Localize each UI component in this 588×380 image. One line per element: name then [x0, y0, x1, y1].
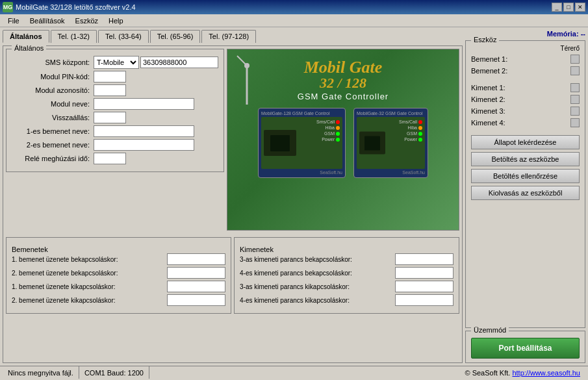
kim-off3-label: 3-as kimeneti parancs kikapcsoláskor: [240, 283, 395, 290]
eszkoz-bemenet2-row: Bemenet 2: [471, 66, 580, 75]
visszaallas-row: Visszaállás: [12, 112, 218, 123]
menu-help[interactable]: Help [103, 16, 129, 26]
eszkoz-kimenet4-label: Kimenet 4: [471, 119, 568, 127]
kim-on3-label: 3-as kimeneti parancs bekapcsoláskor: [240, 256, 395, 263]
azonosito-label: Modul azonosító: [12, 86, 90, 94]
kimenetek-col: Kimenetek 3-as kimeneti parancs bekapcso… [234, 233, 459, 360]
eszkoz-kimenet4-led [570, 118, 580, 127]
rele-row: Relé meghúzási idő: [12, 153, 218, 164]
bem-off1-label: 1. bemenet üzenete kikapcsoláskor: [12, 283, 167, 290]
bemenet2-input[interactable] [94, 139, 194, 151]
left-panel: Általános Tel. (1-32) Tel. (33-64) Tel. … [3, 30, 463, 363]
azonosito-input[interactable] [94, 84, 126, 96]
bemenet1-row: 1-es bemenet neve: [12, 125, 218, 137]
titlebar: MG MobilGate 32/128 letöltő szoftver v2.… [0, 0, 588, 14]
visszaallas-label: Visszaállás: [12, 114, 90, 121]
pin-row: Modul PIN-kód: [12, 71, 218, 82]
company-status: © SeaSoft Kft. http://www.seasoft.hu [149, 366, 585, 379]
bemenetek-col: Bemenetek 1. bemenet üzenete bekapcsolás… [6, 233, 231, 360]
bem-on1-row: 1. bemenet üzenete bekapcsoláskor: [12, 253, 225, 265]
menu-file[interactable]: File [3, 16, 25, 26]
neve-input[interactable] [94, 98, 194, 110]
bem-off2-row: 2. bemenet üzenete kikapcsoláskor: [12, 294, 225, 306]
pin-label: Modul PIN-kód: [12, 73, 90, 81]
ellenorzes-button[interactable]: Betöltés ellenőrzése [471, 169, 580, 183]
bem-off1-row: 1. bemenet üzenete kikapcsoláskor: [12, 281, 225, 292]
uzemmod-group: Üzemmód Port beállítása [465, 331, 585, 363]
device-title-line1: Mobil Gate [298, 59, 389, 76]
bem-off1-input[interactable] [167, 281, 225, 292]
allapot-button[interactable]: Állapot lekérdezése [471, 135, 580, 149]
kimenetek-group: Kimenetek 3-as kimeneti parancs bekapcso… [234, 237, 459, 314]
bemenet2-row: 2-es bemenet neve: [12, 139, 218, 151]
altalanos-group: Általános SMS központ: T-Mobile Vodafone… [6, 49, 224, 172]
sms-kozpont-label: SMS központ: [12, 58, 90, 66]
window-title: MobilGate 32/128 letöltő szoftver v2.4 [16, 3, 552, 11]
altalanos-group-label: Általános [12, 44, 46, 52]
visszaallas-input[interactable] [94, 112, 126, 123]
bem-on1-input[interactable] [167, 253, 225, 265]
menu-eszkoz[interactable]: Eszköz [70, 16, 103, 26]
eszkoz-bemenet1-label: Bemenet 1: [471, 55, 568, 63]
eszkoz-kimenet1-label: Kimenet 1: [471, 84, 568, 92]
bottom-groups: Bemenetek 1. bemenet üzenete bekapcsolás… [6, 233, 459, 360]
kim-off4-input[interactable] [395, 294, 454, 306]
kim-on4-input[interactable] [395, 267, 454, 279]
close-button[interactable]: ✕ [575, 3, 585, 12]
uzemmod-group-label: Üzemmód [471, 326, 509, 334]
file-status: Nincs megnyitva fájl. [3, 366, 79, 379]
content-top: Általános SMS központ: T-Mobile Vodafone… [6, 49, 459, 231]
neve-row: Modul neve: [12, 98, 218, 110]
maximize-button[interactable]: □ [563, 3, 574, 12]
sms-phone-input[interactable] [140, 57, 218, 68]
kim-on4-label: 4-es kimeneti parancs bekapcsoláskor: [240, 270, 395, 277]
tab-tel2[interactable]: Tel. (33-64) [98, 30, 149, 43]
kiolvasas-button[interactable]: Kiolvasás az eszközből [471, 186, 580, 200]
eszkoz-kimenet2-led [570, 95, 580, 104]
bem-off2-input[interactable] [167, 294, 225, 306]
rele-label: Relé meghúzási idő: [12, 155, 90, 162]
minimize-button[interactable]: _ [552, 3, 562, 12]
eszkoz-bemenet2-label: Bemenet 2: [471, 67, 568, 75]
bem-on2-input[interactable] [167, 267, 225, 279]
tererő-label: Térerő [471, 45, 580, 52]
kim-on4-row: 4-es kimeneti parancs bekapcsoláskor: [240, 267, 454, 279]
device-display: Mobil Gate 32 / 128 GSM Gate Controller … [227, 49, 459, 230]
window-controls: _ □ ✕ [552, 3, 585, 12]
menu-beallitasok[interactable]: Beállítások [25, 16, 70, 26]
bem-on2-row: 2. bemenet üzenete bekapcsoláskor: [12, 267, 225, 279]
eszkoz-bemenet2-led [570, 66, 580, 75]
website-link[interactable]: http://www.seasoft.hu [512, 369, 580, 377]
eszkoz-group: Eszköz Térerő Bemenet 1: Bemenet 2: Kime… [465, 40, 585, 328]
tab-tel3[interactable]: Tel. (65-96) [150, 30, 201, 43]
bemenetek-group: Bemenetek 1. bemenet üzenete bekapcsolás… [6, 237, 231, 314]
rele-input[interactable] [94, 153, 126, 164]
port-button[interactable]: Port beállítása [471, 338, 580, 359]
altalanos-form: Általános SMS központ: T-Mobile Vodafone… [6, 49, 224, 231]
eszkoz-kimenet3-label: Kimenet 3: [471, 107, 568, 115]
content-area: Általános SMS központ: T-Mobile Vodafone… [3, 45, 463, 363]
kim-off3-input[interactable] [395, 281, 454, 292]
kimenetek-group-label: Kimenetek [240, 246, 274, 253]
tab-tel1[interactable]: Tel. (1-32) [51, 30, 97, 43]
device-image-area: Mobil Gate 32 / 128 GSM Gate Controller … [227, 49, 459, 231]
bem-on1-label: 1. bemenet üzenete bekapcsoláskor: [12, 256, 167, 263]
eszkoz-kimenet3-row: Kimenet 3: [471, 107, 580, 116]
bemenet1-input[interactable] [94, 125, 194, 137]
bemenetek-group-label: Bemenetek [12, 246, 48, 253]
device-subtitle: GSM Gate Controller [298, 92, 389, 101]
tab-tel4[interactable]: Tel. (97-128) [201, 30, 256, 43]
pin-input[interactable] [94, 71, 126, 82]
eszkoz-kimenet3-led [570, 107, 580, 116]
device1-label: MobilGate-128 GSM Gate Control [261, 111, 342, 116]
bemenet1-label: 1-es bemenet neve: [12, 127, 90, 135]
kim-on3-input[interactable] [395, 253, 454, 265]
eszkoz-kimenet1-row: Kimenet 1: [471, 83, 580, 92]
tab-altalanos[interactable]: Általános [3, 30, 49, 43]
betoltes-button[interactable]: Betöltés az eszközbe [471, 152, 580, 166]
eszkoz-bemenet1-row: Bemenet 1: [471, 55, 580, 64]
kim-off4-row: 4-es kimeneti parancs kikapcsoláskor: [240, 294, 454, 306]
eszkoz-kimenet4-row: Kimenet 4: [471, 118, 580, 127]
sms-kozpont-select[interactable]: T-Mobile Vodafone Telenor [94, 56, 139, 69]
eszkoz-kimenet1-led [570, 83, 580, 92]
